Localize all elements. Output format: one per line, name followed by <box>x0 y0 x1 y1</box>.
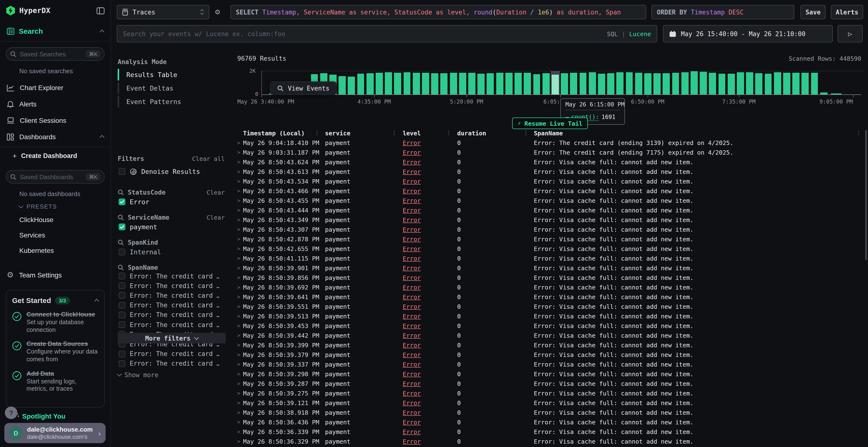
chart-bar[interactable] <box>773 71 782 94</box>
chart-bar[interactable] <box>375 71 384 94</box>
column-header-spanname[interactable]: SpanName <box>528 129 861 137</box>
filter-option[interactable]: Error: The credit card … <box>118 320 225 330</box>
table-row[interactable]: >May 26 8:50:39.337 PMpaymentError0Error… <box>237 359 861 369</box>
column-header-level[interactable]: level <box>396 129 451 137</box>
row-expand-chevron-icon[interactable]: > <box>237 265 243 271</box>
source-settings-gear-icon[interactable]: ⚙ <box>215 7 220 16</box>
more-filters-button[interactable]: More filters <box>118 333 226 343</box>
chart-bar[interactable] <box>754 71 763 94</box>
column-header-timestamp-local-[interactable]: Timestamp (Local) <box>243 129 319 137</box>
table-row[interactable]: >May 26 8:50:42.878 PMpaymentError0Error… <box>237 234 861 244</box>
table-row[interactable]: >May 26 8:50:39.442 PMpaymentError0Error… <box>237 331 861 340</box>
table-row[interactable]: >May 26 8:50:43.349 PMpaymentError0Error… <box>237 215 861 225</box>
sidebar-item-chart-explorer[interactable]: Chart Explorer <box>0 79 111 96</box>
filter-checkbox[interactable] <box>119 282 125 289</box>
chart-bar[interactable] <box>726 71 736 94</box>
column-resize-handle[interactable]: ⋮ <box>392 130 397 136</box>
table-row[interactable]: >May 26 8:50:39.513 PMpaymentError0Error… <box>237 311 861 321</box>
filter-option[interactable]: Error: The credit card … <box>118 349 225 358</box>
filter-clear-button[interactable]: Clear <box>207 214 225 221</box>
chart-bar[interactable] <box>661 71 671 94</box>
run-query-button[interactable]: ▷ <box>838 25 863 42</box>
vertical-scrollbar[interactable] <box>865 130 867 260</box>
chart-bar[interactable] <box>597 71 606 94</box>
filter-option[interactable]: Error: The credit card … <box>118 281 225 290</box>
sidebar-item-client-sessions[interactable]: Client Sessions <box>0 112 111 129</box>
filter-option[interactable]: Error <box>118 196 225 207</box>
table-row[interactable]: >May 26 9:04:18.410 PMpaymentError0Error… <box>237 138 861 147</box>
filter-checkbox[interactable] <box>119 198 125 205</box>
row-expand-chevron-icon[interactable]: > <box>237 207 243 213</box>
sidebar-item-dashboards[interactable]: Dashboards <box>0 129 111 145</box>
filter-checkbox[interactable] <box>119 302 125 309</box>
chart-bar[interactable] <box>625 71 634 94</box>
chart-bar[interactable] <box>680 71 689 94</box>
chart-bar-highlighted[interactable] <box>551 71 560 94</box>
user-profile-chip[interactable]: D dale@clickhouse.com dale@clickhouse.co… <box>4 423 105 443</box>
sidebar-item-search[interactable]: Search <box>0 20 111 41</box>
analysis-mode-event-patterns[interactable]: Event Patterns <box>118 95 225 108</box>
chart-bar[interactable] <box>764 71 773 94</box>
table-row[interactable]: >May 26 8:50:38.918 PMpaymentError0Error… <box>237 408 861 417</box>
view-events-button[interactable]: View Events <box>270 81 337 95</box>
row-expand-chevron-icon[interactable]: > <box>237 246 243 251</box>
chart-bar[interactable] <box>421 71 430 94</box>
table-row[interactable]: >May 26 8:50:36.436 PMpaymentError0Error… <box>237 417 861 427</box>
table-row[interactable]: >May 26 8:50:39.901 PMpaymentError0Error… <box>237 263 861 273</box>
sidebar-collapse-icon[interactable] <box>96 7 105 14</box>
filter-option[interactable]: Error: The credit card … <box>118 358 225 368</box>
table-row[interactable]: >May 26 8:50:43.455 PMpaymentError0Error… <box>237 196 861 205</box>
table-row[interactable]: >May 26 8:50:43.613 PMpaymentError0Error… <box>237 167 861 176</box>
analysis-mode-results-table[interactable]: Results Table <box>118 68 225 81</box>
create-dashboard-button[interactable]: + Create Dashboard <box>0 147 111 164</box>
chart-bar[interactable] <box>791 71 801 94</box>
row-expand-chevron-icon[interactable]: > <box>237 236 243 242</box>
chart-bar[interactable] <box>439 71 449 94</box>
chart-bar[interactable] <box>338 71 347 94</box>
table-row[interactable]: >May 26 8:50:43.444 PMpaymentError0Error… <box>237 205 861 215</box>
chart-bar[interactable] <box>514 71 523 94</box>
row-expand-chevron-icon[interactable]: > <box>237 140 243 145</box>
table-row[interactable]: >May 26 8:50:43.624 PMpaymentError0Error… <box>237 157 861 167</box>
row-expand-chevron-icon[interactable]: > <box>237 361 243 367</box>
filter-option[interactable]: Internal <box>118 246 225 257</box>
chart-bar[interactable] <box>689 71 699 94</box>
mode-sql-toggle[interactable]: SQL <box>607 30 618 37</box>
chart-bar[interactable] <box>671 71 680 94</box>
row-expand-chevron-icon[interactable]: > <box>237 429 243 435</box>
table-row[interactable]: >May 26 8:50:36.339 PMpaymentError0Error… <box>237 427 861 437</box>
chart-bar[interactable] <box>402 71 411 94</box>
chart-bar[interactable] <box>476 71 486 94</box>
chart-bar[interactable] <box>819 71 828 94</box>
chart-bar[interactable] <box>458 71 467 94</box>
table-row[interactable]: >May 26 8:50:39.453 PMpaymentError0Error… <box>237 321 861 331</box>
chart-bar[interactable] <box>430 71 439 94</box>
row-expand-chevron-icon[interactable]: > <box>237 419 243 425</box>
table-row[interactable]: >May 26 8:50:43.466 PMpaymentError0Error… <box>237 186 861 196</box>
row-expand-chevron-icon[interactable]: > <box>237 313 243 319</box>
chart-bar[interactable] <box>365 71 374 94</box>
filter-checkbox[interactable] <box>119 292 125 299</box>
table-row[interactable]: >May 26 8:50:36.329 PMpaymentError0Error… <box>237 437 861 446</box>
table-row[interactable]: >May 26 8:50:39.399 PMpaymentError0Error… <box>237 340 861 350</box>
row-expand-chevron-icon[interactable]: > <box>237 188 243 194</box>
chart-bar[interactable] <box>782 71 791 94</box>
table-row[interactable]: >May 26 8:50:39.287 PMpaymentError0Error… <box>237 379 861 388</box>
search-input[interactable] <box>123 30 607 37</box>
chart-bar[interactable] <box>569 71 578 94</box>
row-expand-chevron-icon[interactable]: > <box>237 371 243 377</box>
filter-option[interactable]: payment <box>118 221 225 232</box>
chart-bar[interactable] <box>615 71 624 94</box>
denoise-toggle[interactable]: Denoise Results <box>119 168 200 175</box>
sidebar-item-alerts[interactable]: Alerts <box>0 96 111 112</box>
table-row[interactable]: >May 26 8:50:42.655 PMpaymentError0Error… <box>237 244 861 253</box>
get-started-item[interactable]: Connect to ClickHouseSet up your databas… <box>12 311 98 334</box>
chart-bar[interactable] <box>717 71 726 94</box>
table-row[interactable]: >May 26 8:50:39.275 PMpaymentError0Error… <box>237 388 861 398</box>
filter-checkbox[interactable] <box>119 223 125 230</box>
filter-checkbox[interactable] <box>119 312 125 318</box>
chart-bar[interactable] <box>449 71 458 94</box>
table-row[interactable]: >May 26 8:50:39.856 PMpaymentError0Error… <box>237 273 861 282</box>
chart-bar[interactable] <box>532 71 541 94</box>
filter-clear-button[interactable]: Clear <box>207 189 225 196</box>
